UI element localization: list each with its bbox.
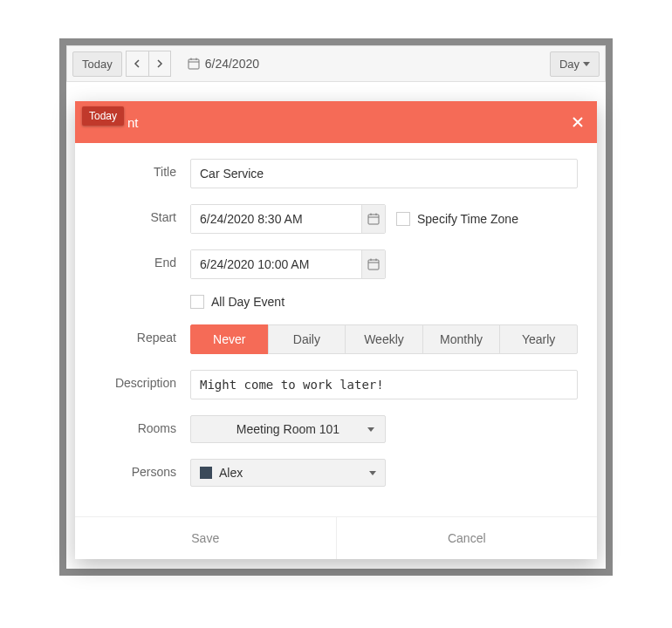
today-button[interactable]: Today <box>72 51 122 77</box>
toolbar: Today 6/24/2020 Day <box>66 45 606 82</box>
description-input[interactable] <box>190 370 578 399</box>
specify-timezone-checkbox[interactable] <box>396 212 410 226</box>
all-day-checkbox[interactable] <box>190 295 204 309</box>
date-picker[interactable]: 6/24/2020 <box>178 51 269 77</box>
repeat-weekly[interactable]: Weekly <box>345 324 423 354</box>
modal-footer: Save Cancel <box>75 516 597 559</box>
start-datetime-input[interactable] <box>191 205 361 233</box>
save-button[interactable]: Save <box>75 517 337 559</box>
modal-header: nt <box>75 101 597 143</box>
modal-body: Title Start Specify Time Zone <box>75 143 597 516</box>
caret-down-icon <box>367 427 374 432</box>
view-selector[interactable]: Day <box>550 51 600 77</box>
svg-rect-5 <box>368 215 379 224</box>
person-color-swatch <box>200 467 212 479</box>
start-calendar-button[interactable] <box>361 205 385 233</box>
next-button[interactable] <box>148 51 171 77</box>
repeat-yearly[interactable]: Yearly <box>499 324 578 354</box>
close-icon <box>573 117 583 127</box>
caret-down-icon <box>583 62 590 66</box>
end-calendar-button[interactable] <box>361 250 385 278</box>
calendar-icon <box>367 258 380 270</box>
calendar-icon <box>367 213 380 225</box>
start-datetime <box>190 204 386 234</box>
repeat-label: Repeat <box>94 324 190 345</box>
rooms-select[interactable]: Meeting Room 101 <box>190 415 386 443</box>
rooms-label: Rooms <box>94 415 190 435</box>
svg-rect-0 <box>189 59 199 69</box>
rooms-value: Meeting Room 101 <box>237 422 339 436</box>
nav-group <box>126 51 171 77</box>
svg-rect-9 <box>368 260 379 270</box>
title-input[interactable] <box>190 159 578 188</box>
start-label: Start <box>94 204 190 224</box>
calendar-icon <box>188 58 200 70</box>
persons-value: Alex <box>219 466 243 480</box>
view-label: Day <box>559 58 579 71</box>
title-label: Title <box>94 159 190 179</box>
end-datetime <box>190 249 386 279</box>
repeat-daily[interactable]: Daily <box>268 324 346 354</box>
current-date: 6/24/2020 <box>205 57 259 71</box>
all-day-label: All Day Event <box>211 295 285 309</box>
caret-down-icon <box>369 471 376 475</box>
chevron-left-icon <box>134 59 141 68</box>
end-datetime-input[interactable] <box>191 250 361 278</box>
cancel-button[interactable]: Cancel <box>337 517 598 559</box>
chevron-right-icon <box>156 59 163 68</box>
repeat-monthly[interactable]: Monthly <box>422 324 501 354</box>
end-label: End <box>94 249 190 270</box>
event-modal: nt Title Start Specify <box>75 101 597 559</box>
today-tooltip: Today <box>82 106 124 126</box>
repeat-group: Never Daily Weekly Monthly Yearly <box>190 324 578 354</box>
persons-label: Persons <box>94 459 190 479</box>
repeat-never[interactable]: Never <box>190 324 269 354</box>
description-label: Description <box>94 370 190 390</box>
specify-timezone-label: Specify Time Zone <box>417 212 518 226</box>
prev-button[interactable] <box>126 51 148 77</box>
persons-select[interactable]: Alex <box>190 459 386 487</box>
close-button[interactable] <box>573 113 583 132</box>
